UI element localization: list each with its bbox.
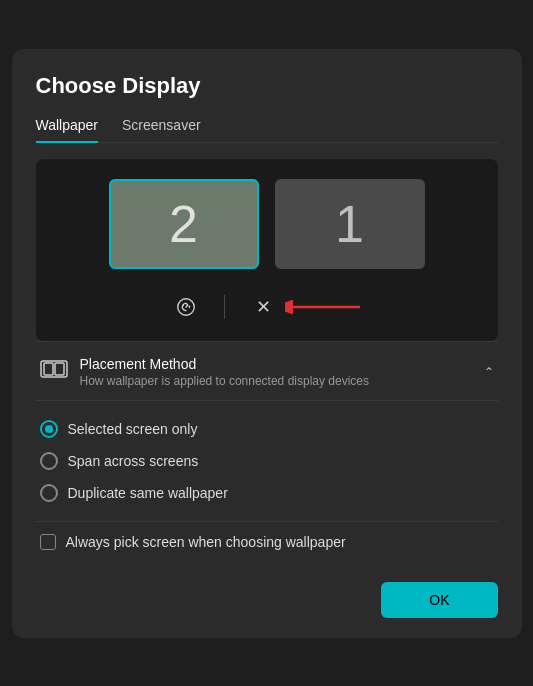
checkbox-section: Always pick screen when choosing wallpap… (36, 522, 498, 562)
monitor-row: 2 1 (52, 179, 482, 269)
placement-header[interactable]: Placement Method How wallpaper is applie… (36, 342, 498, 401)
display-area: 2 1 ✕ (36, 159, 498, 341)
monitor-1[interactable]: 1 (275, 179, 425, 269)
footer: OK (36, 582, 498, 618)
checkbox-always-pick-label: Always pick screen when choosing wallpap… (66, 534, 346, 550)
close-icon[interactable]: ✕ (245, 289, 281, 325)
tab-bar: Wallpaper Screensaver (36, 117, 498, 143)
chevron-up-icon: ⌃ (484, 365, 494, 379)
placement-icon (40, 358, 68, 380)
radio-selected-only-indicator (40, 420, 58, 438)
icon-divider (224, 295, 225, 319)
radio-span[interactable]: Span across screens (40, 445, 494, 477)
svg-point-1 (182, 304, 184, 306)
placement-description: How wallpaper is applied to connected di… (80, 374, 370, 388)
dialog-title: Choose Display (36, 73, 498, 99)
ok-button[interactable]: OK (381, 582, 497, 618)
checkbox-always-pick-box (40, 534, 56, 550)
icon-row: ✕ (52, 289, 482, 325)
svg-rect-5 (44, 363, 53, 375)
radio-duplicate[interactable]: Duplicate same wallpaper (40, 477, 494, 509)
radio-selected-only-label: Selected screen only (68, 421, 198, 437)
red-arrow-indicator (285, 298, 365, 316)
placement-section: Placement Method How wallpaper is applie… (36, 341, 498, 562)
radio-options-section: Selected screen only Span across screens… (36, 401, 498, 522)
tab-wallpaper[interactable]: Wallpaper (36, 117, 99, 143)
monitor-2[interactable]: 2 (109, 179, 259, 269)
radio-span-label: Span across screens (68, 453, 199, 469)
monitor-2-number: 2 (169, 194, 198, 254)
radio-span-indicator (40, 452, 58, 470)
svg-rect-6 (55, 363, 64, 375)
radio-selected-only[interactable]: Selected screen only (40, 413, 494, 445)
arrow-container: ✕ (245, 289, 365, 325)
monitor-1-number: 1 (335, 194, 364, 254)
radio-duplicate-label: Duplicate same wallpaper (68, 485, 228, 501)
checkbox-always-pick[interactable]: Always pick screen when choosing wallpap… (40, 534, 494, 550)
choose-display-dialog: Choose Display Wallpaper Screensaver 2 1 (12, 49, 522, 638)
placement-title: Placement Method (80, 356, 370, 372)
radio-duplicate-indicator (40, 484, 58, 502)
tab-screensaver[interactable]: Screensaver (122, 117, 201, 143)
image-cycle-icon[interactable] (168, 289, 204, 325)
